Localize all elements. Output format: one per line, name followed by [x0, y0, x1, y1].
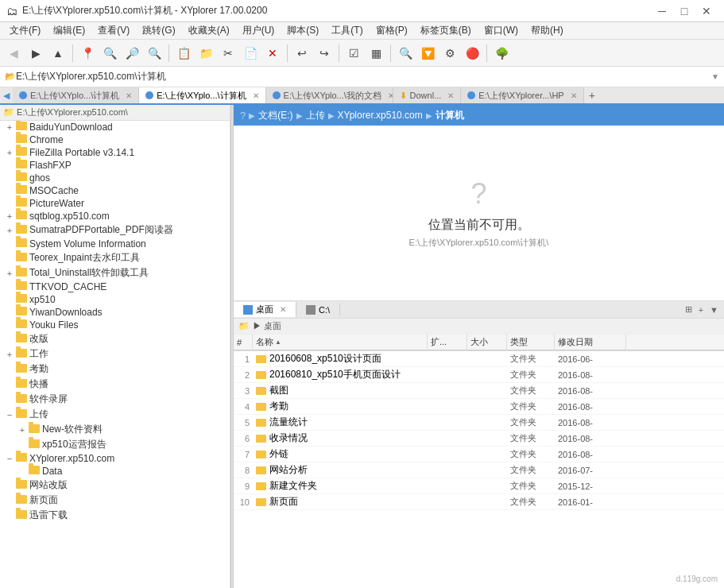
table-row[interactable]: 10新页面文件夹2016-01- — [234, 494, 724, 510]
tree-item[interactable]: +Total_Uninstall软件卸载工具 — [0, 265, 230, 280]
tree-item[interactable]: 迅雷下载 — [0, 508, 230, 523]
tree-item[interactable]: Data — [0, 465, 230, 478]
tree-expand-icon[interactable]: − — [3, 454, 16, 463]
address-dropdown[interactable]: ▼ — [711, 72, 719, 81]
tree-item[interactable]: YiwanDownloads — [0, 306, 230, 319]
menu-jump[interactable]: 跳转(G) — [136, 22, 181, 39]
tab-1-close[interactable]: ✕ — [126, 91, 132, 100]
address-content[interactable]: E:\上传\XYplorer.xp510.com\计算机 — [16, 70, 711, 83]
tree-item[interactable]: 快播 — [0, 377, 230, 392]
copy-button[interactable]: 📄 — [240, 43, 261, 64]
tab-3[interactable]: E:\上传\XYplo...\我的文档 ✕ — [266, 87, 393, 104]
tab-2-close[interactable]: ✕ — [253, 91, 259, 100]
tree-item[interactable]: 软件录屏 — [0, 392, 230, 407]
tab-nav-left[interactable]: ◀ — [0, 91, 13, 101]
tree-expand-icon[interactable]: + — [3, 148, 16, 157]
menu-view[interactable]: 查看(V) — [91, 22, 136, 39]
menu-file[interactable]: 文件(F) — [3, 22, 47, 39]
tree-item[interactable]: −上传 — [0, 407, 230, 422]
tree-item[interactable]: +sqtblog.xp510.com — [0, 210, 230, 222]
search-button[interactable]: 🔍 — [99, 43, 120, 64]
table-row[interactable]: 7外链文件夹2016-08- — [234, 447, 724, 462]
tab-2[interactable]: E:\上传\XYplo...\计算机 ✕ — [139, 87, 265, 105]
new-folder-button[interactable]: 📁 — [196, 43, 216, 64]
tree-item[interactable]: System Volume Information — [0, 238, 230, 250]
table-row[interactable]: 220160810_xp510手机页面设计文件夹2016-08- — [234, 367, 724, 383]
back-button[interactable]: ◀ — [3, 43, 24, 64]
col-header-num[interactable]: # — [234, 335, 253, 350]
tree-item[interactable]: +New-软件资料 — [0, 422, 230, 437]
tree-expand-icon[interactable]: + — [3, 226, 16, 235]
menu-user[interactable]: 用户(U) — [236, 22, 281, 39]
bottom-tab-more-btn[interactable]: ▼ — [707, 305, 721, 315]
breadcrumb-item-0[interactable]: 文档(E:) — [258, 109, 292, 122]
cut-button[interactable]: ✂ — [218, 43, 238, 64]
tree-item[interactable]: xp510 — [0, 293, 230, 306]
table-row[interactable]: 5流量统计文件夹2016-08- — [234, 415, 724, 431]
table-row[interactable]: 4考勤文件夹2016-08- — [234, 399, 724, 415]
tab-3-close[interactable]: ✕ — [388, 91, 393, 100]
forward-button[interactable]: ▶ — [25, 43, 46, 64]
zoom-out-button[interactable]: 🔍 — [144, 43, 165, 64]
copy-path-button[interactable]: 📋 — [173, 43, 194, 64]
col-header-type[interactable]: 类型 — [507, 335, 555, 350]
custom1-button[interactable]: ⚙ — [439, 43, 460, 64]
tree-item[interactable]: 新页面 — [0, 493, 230, 508]
filter2-button[interactable]: 🔽 — [417, 43, 438, 64]
tree-expand-icon[interactable]: − — [3, 410, 16, 420]
tree-button[interactable]: 🌳 — [491, 43, 512, 64]
bottom-tab-c[interactable]: C:\ — [296, 304, 340, 316]
tab-add-button[interactable]: + — [584, 87, 600, 103]
find-button[interactable]: 🔍 — [395, 43, 416, 64]
col-header-date[interactable]: 修改日期 — [555, 335, 626, 350]
tab-4[interactable]: ⬇ Downl... ✕ — [393, 87, 462, 104]
menu-favorites[interactable]: 收藏夹(A) — [182, 22, 236, 39]
col-header-size[interactable]: 大小 — [467, 335, 507, 350]
tab-1[interactable]: E:\上传\XYplo...\计算机 ✕ — [13, 87, 139, 104]
breadcrumb-item-3[interactable]: 计算机 — [436, 109, 464, 122]
menu-window[interactable]: 窗口(W) — [478, 22, 525, 39]
tab-4-close[interactable]: ✕ — [447, 91, 454, 100]
tree-item[interactable]: ghos — [0, 172, 230, 184]
delete-button[interactable]: ✕ — [262, 43, 283, 64]
custom2-button[interactable]: 🔴 — [462, 43, 482, 64]
location-button[interactable]: 📍 — [77, 43, 98, 64]
tree-item[interactable]: MSOCache — [0, 184, 230, 197]
zoom-in-button[interactable]: 🔎 — [122, 43, 142, 64]
redo-button[interactable]: ↪ — [314, 43, 335, 64]
tree-item[interactable]: +BaiduYunDownload — [0, 121, 230, 133]
filter-button[interactable]: ▦ — [366, 43, 386, 64]
maximize-button[interactable]: □ — [673, 3, 695, 19]
col-header-ext[interactable]: 扩... — [428, 335, 467, 350]
tree-item[interactable]: Teorex_Inpaint去水印工具 — [0, 250, 230, 265]
tree-item[interactable]: Chrome — [0, 133, 230, 146]
menu-tools[interactable]: 工具(T) — [325, 22, 369, 39]
table-row[interactable]: 3截图文件夹2016-08- — [234, 383, 724, 399]
tree-item[interactable]: 网站改版 — [0, 478, 230, 493]
breadcrumb-item-2[interactable]: XYplorer.xp510.com — [338, 110, 423, 121]
tree-item[interactable]: +FileZilla Portable v3.14.1 — [0, 146, 230, 159]
tree-item[interactable]: Youku Files — [0, 319, 230, 331]
tree-item[interactable]: PictureWater — [0, 197, 230, 210]
col-header-name[interactable]: 名称 ▲ — [253, 335, 428, 350]
checkbox-button[interactable]: ☑ — [343, 43, 364, 64]
tree-expand-icon[interactable]: + — [3, 211, 16, 221]
tree-item[interactable]: FlashFXP — [0, 159, 230, 172]
breadcrumb-item-1[interactable]: 上传 — [306, 109, 325, 122]
tab-5[interactable]: E:\上传\XYplorer...\HP ✕ — [461, 87, 583, 104]
table-row[interactable]: 120160608_xp510设计页面文件夹2016-06- — [234, 351, 724, 367]
tree-item[interactable]: TTKVOD_CACHE — [0, 280, 230, 293]
menu-help[interactable]: 帮助(H) — [525, 22, 570, 39]
menu-panes[interactable]: 窗格(P) — [370, 22, 414, 39]
tree-item[interactable]: xp510运营报告 — [0, 437, 230, 452]
tree-item[interactable]: 改版 — [0, 331, 230, 346]
close-button[interactable]: ✕ — [695, 3, 718, 19]
tab-5-close[interactable]: ✕ — [571, 91, 577, 100]
tree-expand-icon[interactable]: + — [16, 425, 29, 435]
minimize-button[interactable]: ─ — [651, 3, 673, 19]
tree-item[interactable]: +工作 — [0, 346, 230, 362]
table-row[interactable]: 6收录情况文件夹2016-08- — [234, 431, 724, 447]
menu-script[interactable]: 脚本(S) — [281, 22, 325, 39]
tree-item[interactable]: +SumatraPDFPortable_PDF阅读器 — [0, 222, 230, 238]
table-row[interactable]: 9新建文件夹文件夹2015-12- — [234, 478, 724, 494]
